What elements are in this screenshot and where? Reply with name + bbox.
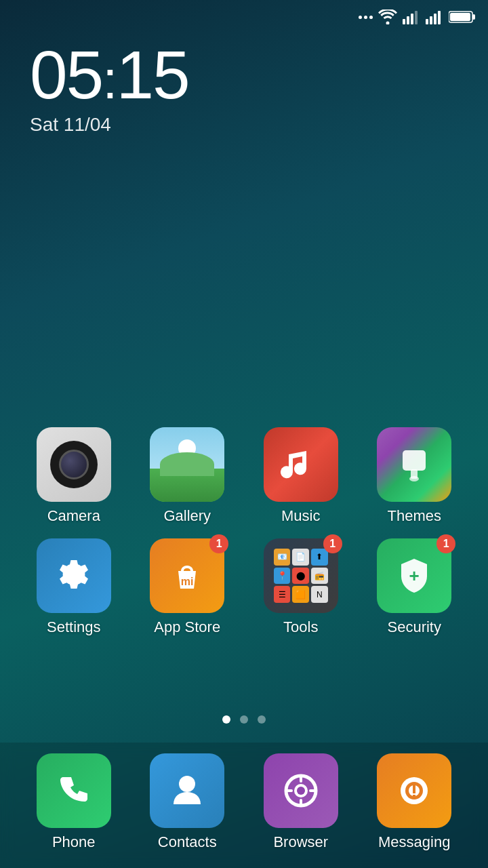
clock-area: 05:15 Sat 11/04	[30, 41, 189, 136]
messaging-label: Messaging	[378, 833, 450, 851]
more-icon	[359, 16, 373, 19]
gallery-label: Gallery	[163, 507, 211, 525]
clock-time: 05:15	[30, 41, 189, 108]
svg-rect-3	[415, 11, 418, 24]
bottom-dock: Phone Contacts Browser	[0, 743, 488, 868]
tools-label: Tools	[283, 618, 318, 636]
svg-rect-6	[434, 14, 436, 24]
messaging-icon	[377, 753, 451, 828]
browser-logo-icon	[280, 770, 322, 812]
page-indicator-0[interactable]	[222, 715, 230, 724]
wifi-icon	[378, 9, 397, 24]
settings-label: Settings	[47, 618, 101, 636]
app-music[interactable]: Music	[247, 427, 354, 525]
security-icon: 1 +	[377, 538, 451, 613]
svg-rect-2	[411, 14, 413, 24]
appstore-bag-icon: mi	[163, 552, 211, 599]
app-contacts[interactable]: Contacts	[134, 753, 241, 851]
app-messaging[interactable]: Messaging	[361, 753, 468, 851]
contacts-label: Contacts	[158, 833, 217, 851]
message-bubble-icon	[393, 770, 435, 812]
appstore-icon: 1 mi	[150, 538, 224, 613]
tools-grid: 📧 📄 ⬆ 📍 ⬤ 📻 ☰ 🟧 N	[274, 549, 328, 603]
themes-icon	[377, 427, 451, 502]
gear-icon	[53, 555, 95, 597]
page-indicator-2[interactable]	[258, 715, 266, 724]
svg-rect-4	[426, 19, 428, 24]
browser-icon	[264, 753, 338, 828]
camera-label: Camera	[47, 507, 100, 525]
browser-label: Browser	[273, 833, 328, 851]
tools-badge: 1	[323, 534, 342, 553]
page-indicators	[0, 715, 488, 724]
app-settings[interactable]: Settings	[20, 538, 127, 636]
settings-icon	[37, 538, 111, 613]
app-phone[interactable]: Phone	[20, 753, 127, 851]
svg-point-13	[409, 476, 419, 481]
svg-point-19	[297, 787, 305, 795]
clock-date: Sat 11/04	[30, 114, 189, 136]
status-icons	[359, 9, 476, 24]
clock-minutes: 15	[116, 37, 188, 113]
themes-brush-icon	[394, 445, 434, 484]
music-label: Music	[281, 507, 320, 525]
app-grid: Camera Gallery Music	[0, 427, 488, 636]
phone-icon	[37, 753, 111, 828]
svg-rect-7	[438, 11, 441, 24]
tools-icon: 1 📧 📄 ⬆ 📍 ⬤ 📻 ☰ 🟧 N	[264, 538, 338, 613]
svg-rect-0	[403, 19, 405, 24]
app-tools[interactable]: 1 📧 📄 ⬆ 📍 ⬤ 📻 ☰ 🟧 N Tools	[247, 538, 354, 636]
app-camera[interactable]: Camera	[20, 427, 127, 525]
clock-hours: 05	[30, 37, 102, 113]
app-security[interactable]: 1 + Security	[361, 538, 468, 636]
svg-rect-5	[430, 16, 432, 24]
app-browser[interactable]: Browser	[247, 753, 354, 851]
svg-point-16	[179, 776, 195, 792]
svg-rect-1	[407, 16, 409, 24]
shield-icon: +	[393, 555, 435, 597]
app-appstore[interactable]: 1 mi App Store	[134, 538, 241, 636]
app-themes[interactable]: Themes	[361, 427, 468, 525]
phone-handset-icon	[54, 770, 94, 811]
signal-icon	[403, 9, 420, 24]
svg-text:mi: mi	[181, 576, 194, 587]
gallery-icon	[150, 427, 224, 502]
security-badge: 1	[436, 534, 455, 553]
camera-icon	[37, 427, 111, 502]
svg-rect-9	[472, 14, 475, 20]
app-gallery[interactable]: Gallery	[134, 427, 241, 525]
security-label: Security	[388, 618, 441, 636]
battery-icon	[449, 10, 476, 24]
music-note-icon	[281, 444, 321, 485]
person-icon	[167, 770, 207, 811]
svg-rect-11	[403, 450, 426, 471]
signal-icon-2	[426, 9, 443, 24]
svg-rect-10	[450, 13, 470, 21]
themes-label: Themes	[388, 507, 441, 525]
page-indicator-1[interactable]	[240, 715, 248, 724]
appstore-label: App Store	[154, 618, 220, 636]
contacts-icon	[150, 753, 224, 828]
phone-label: Phone	[52, 833, 96, 851]
svg-text:+: +	[409, 566, 420, 586]
music-icon	[264, 427, 338, 502]
status-bar	[0, 0, 488, 34]
appstore-badge: 1	[209, 534, 228, 553]
